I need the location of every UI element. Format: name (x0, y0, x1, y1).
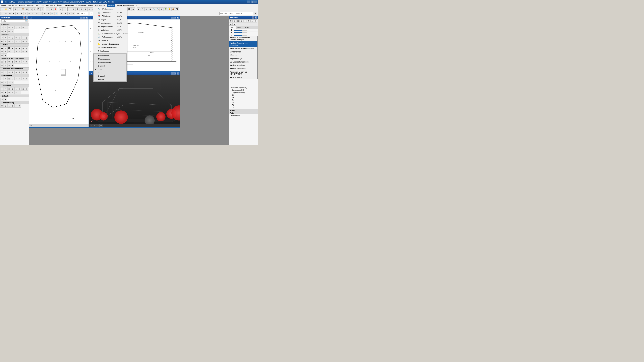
floor-4[interactable]: 4 (229, 29, 258, 31)
tb-delete[interactable]: 🗑 (76, 7, 80, 11)
tab-gesc[interactable]: Gesc... (229, 26, 236, 29)
threed-minimize[interactable]: ─ (171, 72, 174, 75)
tool-h3[interactable]: ⊕ (8, 26, 11, 29)
werkzeuge-search[interactable] (1, 19, 25, 22)
tool-f11[interactable]: ⊕ (8, 91, 11, 94)
tb2-9[interactable]: ↖ (31, 12, 35, 15)
tool-e4[interactable]: △ (11, 36, 14, 39)
tool-e14[interactable]: ⌤ (18, 40, 21, 43)
tree-e3[interactable]: E3 (229, 104, 258, 106)
fm-arbeitsebene[interactable]: ⊞ Arbeitsebene ändern (94, 45, 126, 49)
geschoss-pin[interactable]: 📌 (252, 16, 254, 18)
tool-u3[interactable]: ◎ (8, 104, 11, 108)
g-tb-7[interactable]: ◉ (250, 19, 254, 22)
tool-f9[interactable]: ⊗ (0, 91, 4, 94)
tool-a12[interactable]: ↕ (11, 81, 14, 84)
arr-1gg[interactable]: ✓ 1 G-G (94, 67, 126, 71)
fm-messwerte[interactable]: 📐 Messwerte anzeigen (94, 42, 126, 45)
g-tb-6[interactable]: ⊕ (247, 19, 250, 22)
tb-3d7[interactable]: ⚙ (160, 7, 164, 11)
tb-paste[interactable]: 📌 (54, 7, 57, 11)
tb2-7[interactable]: △ (24, 12, 27, 15)
tb-b2[interactable]: ⬚ (29, 7, 32, 11)
tool-w3[interactable]: ⊞ (8, 60, 11, 63)
tb2-2[interactable]: ⬡ (4, 12, 8, 15)
werkzeuge-pin[interactable]: 📌 (23, 16, 25, 18)
threed-tool-2[interactable]: ⊞ (93, 124, 96, 127)
tool-b13[interactable]: ◈ (14, 50, 18, 53)
menu-ausfertigen[interactable]: Ausfertigen (64, 4, 76, 7)
tb-copy[interactable]: ⧉ (50, 7, 53, 11)
fm-auswertung[interactable]: 📊 Auswertungsmanager... Strg+8 (94, 32, 126, 35)
tool-b3[interactable]: ⬛ (8, 46, 11, 50)
werkzeuge-search-btn[interactable]: 🔍 (25, 19, 28, 22)
tb2-13[interactable]: ⊠ (46, 12, 50, 15)
minimize-button[interactable]: ─ (247, 0, 250, 3)
floorplan-close[interactable]: ✕ (86, 16, 88, 19)
tb-preview[interactable]: 👁 (17, 7, 21, 11)
tool-f6[interactable]: ⬡ (18, 87, 21, 91)
tool-d5[interactable]: ◎ (14, 70, 18, 74)
tool-d6[interactable]: ⊗ (18, 70, 21, 74)
cat-umbau[interactable]: ▸ Umbauplanung (0, 101, 29, 104)
floor-3[interactable]: 3 (229, 31, 258, 34)
tool-b1[interactable]: ▬ (0, 46, 4, 50)
tb-3d9[interactable]: 💡 (168, 7, 171, 11)
details-header[interactable]: Details (229, 109, 258, 112)
tb2-15[interactable]: 🔎 (54, 12, 58, 15)
tool-w9[interactable]: ⬡ (0, 64, 4, 67)
tool-h5[interactable]: △ (14, 26, 18, 29)
tool-w7[interactable]: ⊗ (22, 60, 25, 63)
tb2-snap1[interactable]: ⊕ (60, 12, 64, 15)
ctx-aendern[interactable]: Ansicht ändern (229, 76, 258, 79)
tb2-5[interactable]: ⊞ (16, 12, 20, 15)
tb-3d10[interactable]: 📦 (172, 7, 175, 11)
tool-e7[interactable]: ⌒ (22, 36, 25, 39)
menu-bearbeiten[interactable]: Bearbeiten (7, 4, 18, 7)
tool-f13[interactable]: ABC (14, 91, 18, 94)
tool-w4[interactable]: ▦ (11, 60, 14, 63)
g-tb-1[interactable]: ⊞ (229, 19, 232, 22)
tool-g2[interactable]: ▲ (4, 97, 7, 101)
tree-u1[interactable]: U1 (229, 94, 258, 96)
tool-f10[interactable]: ◉ (4, 91, 7, 94)
tool-a11[interactable]: ↔ (8, 81, 11, 84)
tb2-10[interactable]: ⬚ (35, 12, 39, 15)
tb-b3[interactable]: ⊞ (33, 7, 36, 11)
tree-laenge[interactable]: Langenermittlung (229, 91, 258, 94)
tool-b8[interactable]: ⊡ (25, 46, 28, 50)
tab-mess[interactable]: Mess... (236, 26, 244, 29)
fm-ansichten[interactable]: 👁 Ansichten... Strg+5 (94, 21, 126, 25)
tool-e3[interactable]: □ (8, 36, 11, 39)
tool-w6[interactable]: ⊡ (18, 60, 21, 63)
fm-infofenster[interactable]: ℹ Infofenster (94, 49, 126, 53)
tb-b1[interactable]: ▣ (25, 7, 29, 11)
section-maximize[interactable]: □ (174, 16, 176, 19)
tool-u6[interactable]: ⊕ (18, 104, 21, 108)
tb-undo[interactable]: ↩ (59, 7, 62, 11)
tb-add[interactable]: ➕ (68, 7, 72, 11)
arr-1modell[interactable]: ✓ 1 Modell (94, 64, 126, 67)
tool-a5[interactable]: ◈ (14, 77, 18, 80)
ctx-loeschen[interactable]: Löschen (229, 55, 258, 57)
g-tb-3[interactable]: ▣ (236, 19, 240, 22)
tool-b5[interactable]: ⊟ (14, 46, 18, 50)
tb-3d5[interactable]: 🔧 (152, 7, 156, 11)
tool-b12[interactable]: ⬡ (11, 50, 14, 53)
tool-d1[interactable]: ⬡ (0, 70, 4, 74)
tool-w5[interactable]: ⊠ (14, 60, 18, 63)
tool-h6[interactable]: ◎ (18, 26, 21, 29)
tb-more2[interactable]: ▦ (84, 7, 87, 11)
tool-u2[interactable]: ⬡ (4, 104, 7, 108)
cat-wand[interactable]: ▸ Erweiterte Wandfunktionen (0, 57, 29, 60)
menu-ar-objekte[interactable]: AR-Objekte (44, 4, 56, 7)
tb-new[interactable]: 📄 (0, 7, 4, 11)
tb2-snap4[interactable]: ⊞ (71, 12, 75, 15)
tab-arbeit[interactable]: Arbeit... (244, 26, 252, 29)
tree-e0[interactable]: E0 (229, 96, 258, 99)
tool-e15[interactable]: ⊞ (22, 40, 25, 43)
tool-e10[interactable]: ◑ (4, 40, 7, 43)
cat-elemente[interactable]: ▸ Elemente (0, 33, 29, 36)
fm-material[interactable]: ◈ Material... Strg+7 (94, 28, 126, 32)
tool-e16[interactable]: ⌀ (25, 40, 28, 43)
